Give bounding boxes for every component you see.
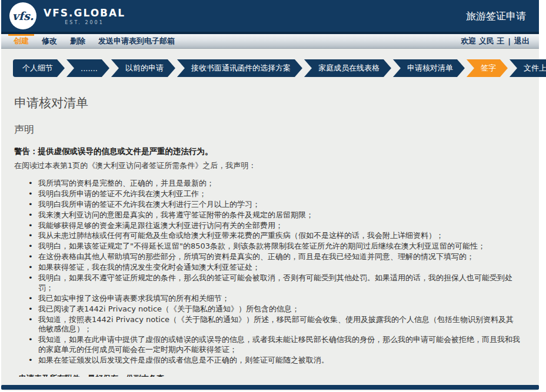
vfs-logo-icon: vfs. <box>9 2 36 29</box>
declaration-item: 我所填写的资料是完整的、正确的，并且是最新的； <box>28 179 521 189</box>
app-window: vfs. VFS.GLOBAL EST. 2001 旅游签证申请 创建 修改 删… <box>1 0 539 391</box>
toolbar-menu: 创建 修改 删除 发送申请表到电子邮箱 <box>7 34 181 48</box>
step-item-label: 个人细节 <box>22 63 53 73</box>
step-item[interactable]: 文件上传 <box>510 59 546 77</box>
step-item[interactable]: 申请核对清单 <box>393 59 465 77</box>
declaration-item: 我已如实申报了这份申请表要求我填写的所有相关细节； <box>28 294 521 304</box>
page-title: 申请核对清单 <box>14 95 521 111</box>
declaration-item: 我明白我所申请的签证不允许我在澳大利进行三个月以上的学习； <box>28 200 521 210</box>
declaration-list: 我所填写的资料是完整的、正确的，并且是最新的；我明白我所申请的签证不允许我在澳大… <box>14 179 521 366</box>
warning-text: 警告：提供虚假或误导的信息或文件是严重的违法行为。 <box>14 146 521 157</box>
app-header: vfs. VFS.GLOBAL EST. 2001 旅游签证申请 <box>1 0 539 34</box>
declaration-item: 我明白，如果该签证规定了"不得延长逗留"的8503条款，则该条款将限制我在签证所… <box>28 242 521 252</box>
toolbar-menu-item[interactable]: 修改 <box>35 34 64 48</box>
declaration-item: 在这份表格由其他人帮助填写的那些部分，所填写的资料是真实的、正确的，而且是在我已… <box>28 252 521 262</box>
intro-text: 在阅读过本表第1页的《澳大利亚访问者签证所需条件》之后，我声明： <box>14 160 521 171</box>
declaration-item: 如果在签证颁发以后发现文件是虚假的或者信息是不正确的，则签证可能随之被取消。 <box>28 356 521 366</box>
declaration-item: 我明白，如果我不遵守签证所规定的条件，那么我的签证可能会被取消，否则有可能受到其… <box>28 273 521 293</box>
section-title: 声明 <box>14 123 521 136</box>
copy-note: 申请表及所有附件，最好保存一份副本备查。 <box>19 373 521 377</box>
step-navigation: 个人细节 ....... 以前的申请 接收书面通讯函件的选择方案 家庭成员在线表… <box>13 59 539 77</box>
toolbar-menu-item[interactable]: 发送申请表到电子邮箱 <box>92 34 181 48</box>
step-item[interactable]: 家庭成员在线表格 <box>304 59 391 77</box>
declaration-item: 如果获得签证，我在我的情况发生变化时会通知澳大利亚签证处； <box>28 263 521 273</box>
vfs-brand: vfs. VFS.GLOBAL EST. 2001 <box>9 2 125 29</box>
step-item-label: 文件上传 <box>524 63 546 73</box>
step-item[interactable]: 签字 <box>467 59 508 77</box>
toolbar-user-area: 欢迎 义民 王 | 退出 <box>461 34 533 48</box>
step-item-label: 接收书面通讯函件的选择方案 <box>191 63 291 73</box>
main-content: 申请核对清单 声明 警告：提供虚假或误导的信息或文件是严重的违法行为。 在阅读过… <box>1 77 539 377</box>
declaration-item: 我明白我所申请的签证不允许我在澳大利亚工作； <box>28 189 521 199</box>
step-item-label: 签字 <box>481 63 496 73</box>
declaration-item: 我知道，如果在此申请中提供了虚假的或错误的或误导的信息，或者我未能让移民部长确信… <box>28 335 521 355</box>
page-header-title: 旅游签证申请 <box>466 9 526 23</box>
declaration-item: 我从未患过肺结核或任何有可能危及生命或给澳大利亚带来花费的严重疾病（假如不是这样… <box>28 231 521 241</box>
separator: | <box>508 37 511 46</box>
step-item[interactable]: 个人细节 <box>13 59 65 77</box>
brand-text: VFS.GLOBAL EST. 2001 <box>44 7 125 25</box>
step-item-label: ....... <box>81 64 98 73</box>
declaration-item: 我已阅读了表1442i Privacy notice（《关于隐私的通知》）所包含… <box>28 304 521 314</box>
step-item-label: 申请核对清单 <box>407 63 453 73</box>
step-item[interactable]: ....... <box>66 59 109 77</box>
vfs-logo-mark: vfs. <box>12 9 34 22</box>
step-item-label: 家庭成员在线表格 <box>318 63 379 73</box>
step-item[interactable]: 接收书面通讯函件的选择方案 <box>177 59 302 77</box>
brand-established: EST. 2001 <box>65 20 104 25</box>
welcome-text: 欢迎 义民 王 <box>461 36 504 46</box>
logout-link[interactable]: 退出 <box>514 36 530 46</box>
declaration-item: 我能够获得足够的资金来满足跟往返澳大利亚进行访问有关的全部费用； <box>28 221 521 231</box>
toolbar-menu-item-label: 删除 <box>70 36 85 46</box>
declaration-item: 我知道，按照表1442i Privacy notice（《关于隐私的通知》）所述… <box>28 315 521 335</box>
toolbar-menu-item-label: 发送申请表到电子邮箱 <box>98 36 175 46</box>
toolbar-menu-item[interactable]: 删除 <box>64 34 92 48</box>
toolbar-menu-item-label: 修改 <box>42 36 57 46</box>
toolbar-menu-item[interactable]: 创建 <box>7 34 35 48</box>
footer-bar <box>1 385 539 390</box>
step-item[interactable]: 以前的申请 <box>111 59 175 77</box>
declaration-item: 我来澳大利亚访问的意图是真实的，我将遵守签证附带的条件及规定的居留期限； <box>28 210 521 220</box>
toolbar: 创建 修改 删除 发送申请表到电子邮箱 欢迎 义民 王 | 退出 <box>1 34 539 49</box>
step-item-label: 以前的申请 <box>125 63 164 73</box>
toolbar-menu-item-label: 创建 <box>14 36 29 46</box>
brand-name: VFS.GLOBAL <box>44 7 125 19</box>
